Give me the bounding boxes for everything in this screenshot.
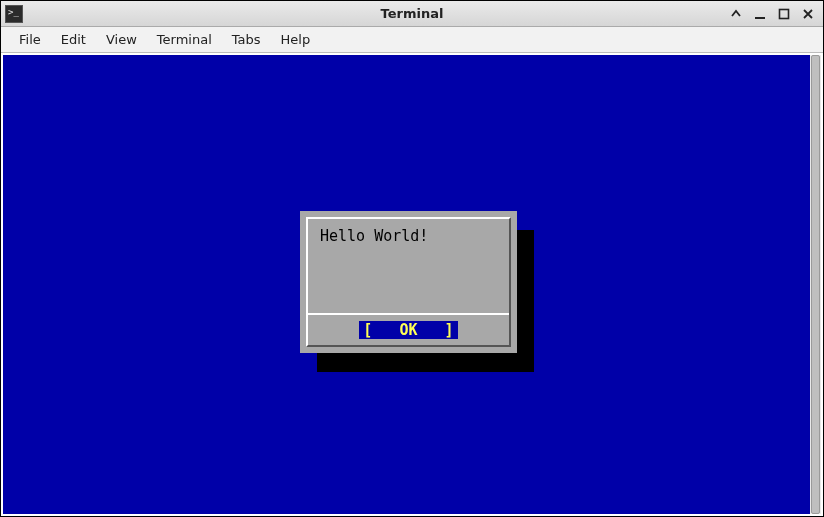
menu-edit[interactable]: Edit [51, 28, 96, 51]
menu-terminal[interactable]: Terminal [147, 28, 222, 51]
terminal-scrollbar[interactable] [810, 55, 821, 514]
dialog-box: Hello World! [ OK ] [300, 211, 517, 353]
menu-file[interactable]: File [9, 28, 51, 51]
rollup-button[interactable] [729, 7, 743, 21]
scrollbar-thumb[interactable] [811, 55, 820, 514]
terminal-area: Hello World! [ OK ] [1, 53, 823, 516]
terminal-app-icon [5, 5, 23, 23]
ok-button[interactable]: [ OK ] [359, 321, 457, 339]
menu-help[interactable]: Help [271, 28, 321, 51]
minimize-button[interactable] [753, 7, 767, 21]
menu-view[interactable]: View [96, 28, 147, 51]
svg-rect-0 [755, 17, 765, 19]
maximize-button[interactable] [777, 7, 791, 21]
window-title: Terminal [1, 6, 823, 21]
menu-tabs[interactable]: Tabs [222, 28, 271, 51]
titlebar[interactable]: Terminal [1, 1, 823, 27]
dialog-divider [308, 313, 509, 315]
menubar: File Edit View Terminal Tabs Help [1, 27, 823, 53]
close-button[interactable] [801, 7, 815, 21]
terminal-screen[interactable]: Hello World! [ OK ] [3, 55, 810, 514]
application-window: Terminal File Edit View Terminal Tabs He… [0, 0, 824, 517]
dialog-frame: Hello World! [ OK ] [306, 217, 511, 347]
dialog-message: Hello World! [320, 227, 428, 245]
dialog-button-row: [ OK ] [308, 321, 509, 339]
window-controls [729, 7, 819, 21]
svg-rect-1 [780, 9, 789, 18]
